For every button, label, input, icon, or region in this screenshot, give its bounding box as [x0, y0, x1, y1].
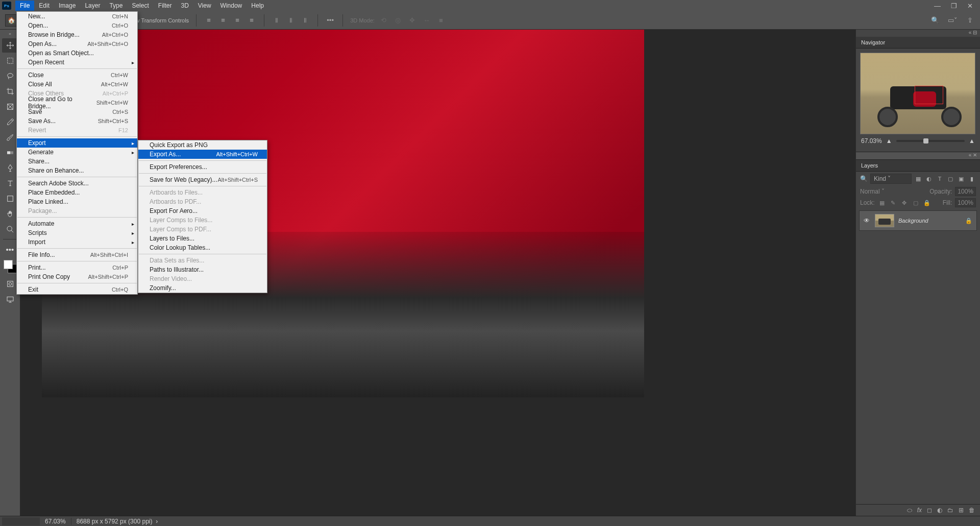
- file-menu-item-15[interactable]: Export: [17, 138, 137, 148]
- export-menu-item-9[interactable]: Export For Aero...: [138, 206, 267, 216]
- menu-image[interactable]: Image: [54, 1, 80, 11]
- layer-row-background[interactable]: 👁 Background 🔒: [859, 210, 977, 231]
- filter-type-icon[interactable]: T: [936, 175, 944, 182]
- file-menu-item-2[interactable]: Browse in Bridge...Alt+Ctrl+O: [17, 30, 137, 39]
- workspace-icon[interactable]: ▭˅: [947, 15, 958, 26]
- distribute-icon[interactable]: ⫴: [300, 15, 310, 26]
- align-top-icon[interactable]: ≡: [247, 15, 257, 26]
- close-icon[interactable]: ✕: [967, 2, 973, 10]
- distribute-h-icon[interactable]: ⫴: [272, 15, 282, 26]
- file-menu-item-12[interactable]: Save As...Shift+Ctrl+S: [17, 116, 137, 126]
- link-layers-icon[interactable]: ⬭: [907, 507, 912, 514]
- export-menu-item-5[interactable]: Save for Web (Legacy)...Alt+Shift+Ctrl+S: [138, 175, 267, 184]
- menu-window[interactable]: Window: [216, 1, 247, 11]
- document-tab[interactable]: [2, 517, 40, 525]
- foreground-color-swatch[interactable]: [4, 260, 13, 269]
- move-tool[interactable]: [2, 38, 18, 53]
- lock-artboard-icon[interactable]: ▢: [912, 199, 920, 206]
- file-menu-item-21[interactable]: Place Embedded...: [17, 188, 137, 197]
- marquee-tool[interactable]: [2, 54, 18, 68]
- file-menu-item-34[interactable]: ExitCtrl+Q: [17, 285, 137, 294]
- export-menu-item-12[interactable]: Layers to Files...: [138, 234, 267, 243]
- file-menu-item-26[interactable]: Scripts: [17, 228, 137, 237]
- home-icon[interactable]: 🏠: [5, 14, 17, 27]
- pen-tool[interactable]: [2, 161, 18, 175]
- file-menu-item-22[interactable]: Place Linked...: [17, 197, 137, 206]
- file-menu-item-0[interactable]: New...Ctrl+N: [17, 12, 137, 21]
- layers-list-empty[interactable]: [856, 233, 980, 504]
- layer-fx-icon[interactable]: fx: [917, 507, 922, 514]
- visibility-icon[interactable]: 👁: [864, 217, 871, 224]
- lasso-tool[interactable]: [2, 69, 18, 83]
- align-right-icon[interactable]: ≡: [232, 15, 242, 26]
- menu-select[interactable]: Select: [127, 1, 153, 11]
- share-icon[interactable]: ⇪: [965, 15, 975, 26]
- file-menu-item-32[interactable]: Print One CopyAlt+Shift+Ctrl+P: [17, 272, 137, 281]
- zoom-tool[interactable]: [2, 222, 18, 236]
- shape-tool[interactable]: [2, 192, 18, 206]
- menu-view[interactable]: View: [193, 1, 216, 11]
- minimize-icon[interactable]: —: [934, 2, 941, 10]
- maximize-icon[interactable]: ❐: [951, 2, 957, 10]
- menu-3d[interactable]: 3D: [176, 1, 193, 11]
- menu-file[interactable]: File: [15, 1, 34, 11]
- delete-layer-icon[interactable]: 🗑: [969, 507, 975, 514]
- layer-mask-icon[interactable]: ◻: [927, 507, 932, 514]
- file-menu-item-29[interactable]: File Info...Alt+Shift+Ctrl+I: [17, 250, 137, 259]
- file-menu-item-5[interactable]: Open Recent: [17, 58, 137, 67]
- blend-mode-dropdown[interactable]: Normal ˅: [860, 188, 926, 195]
- file-menu-item-31[interactable]: Print...Ctrl+P: [17, 263, 137, 272]
- color-swatches[interactable]: [4, 260, 17, 273]
- crop-tool[interactable]: [2, 84, 18, 99]
- file-menu-item-4[interactable]: Open as Smart Object...: [17, 49, 137, 58]
- export-menu-item-0[interactable]: Quick Export as PNG: [138, 140, 267, 150]
- file-menu-item-7[interactable]: CloseCtrl+W: [17, 70, 137, 80]
- navigator-viewbox[interactable]: [915, 86, 943, 104]
- file-menu-item-20[interactable]: Search Adobe Stock...: [17, 179, 137, 188]
- eyedropper-tool[interactable]: [2, 115, 18, 129]
- file-menu-item-1[interactable]: Open...Ctrl+O: [17, 21, 137, 30]
- layers-tab[interactable]: Layers: [856, 160, 980, 172]
- layer-lock-icon[interactable]: 🔒: [965, 218, 972, 224]
- file-menu-item-25[interactable]: Automate: [17, 219, 137, 228]
- status-doc-info[interactable]: 8688 px x 5792 px (300 ppi) ›: [71, 518, 163, 525]
- new-layer-icon[interactable]: ⊞: [959, 507, 964, 514]
- lock-brush-icon[interactable]: ✎: [889, 199, 897, 206]
- edit-toolbar-icon[interactable]: •••: [2, 242, 18, 256]
- menu-help[interactable]: Help: [247, 1, 268, 11]
- hand-tool[interactable]: [2, 207, 18, 221]
- frame-tool[interactable]: [2, 100, 18, 114]
- file-menu-item-16[interactable]: Generate: [17, 148, 137, 157]
- zoom-in-icon[interactable]: ▲: [969, 137, 975, 145]
- gradient-tool[interactable]: [2, 146, 18, 160]
- layers-collapse-icon[interactable]: « ✕: [856, 152, 980, 159]
- navigator-zoom-slider[interactable]: [896, 140, 965, 142]
- layer-name[interactable]: Background: [898, 218, 961, 224]
- menu-edit[interactable]: Edit: [34, 1, 54, 11]
- menu-filter[interactable]: Filter: [154, 1, 177, 11]
- export-menu-item-3[interactable]: Export Preferences...: [138, 162, 267, 172]
- screenmode-tool[interactable]: [2, 292, 18, 306]
- file-menu-item-8[interactable]: Close AllAlt+Ctrl+W: [17, 80, 137, 89]
- status-zoom[interactable]: 67.03%: [40, 518, 71, 525]
- file-menu-item-11[interactable]: SaveCtrl+S: [17, 107, 137, 116]
- filter-adjust-icon[interactable]: ◐: [925, 175, 933, 182]
- navigator-thumbnail[interactable]: [860, 53, 975, 134]
- layer-filter-kind[interactable]: Kind ˅: [870, 174, 912, 184]
- more-options-icon[interactable]: •••: [325, 15, 335, 26]
- export-menu-item-18[interactable]: Zoomify...: [138, 283, 267, 293]
- navigator-tab[interactable]: Navigator: [856, 37, 980, 49]
- file-menu-item-27[interactable]: Import: [17, 237, 137, 247]
- export-menu-item-13[interactable]: Color Lookup Tables...: [138, 243, 267, 252]
- filter-pixel-icon[interactable]: ▦: [914, 175, 922, 182]
- menu-type[interactable]: Type: [105, 1, 127, 11]
- lock-position-icon[interactable]: ✥: [900, 199, 909, 206]
- quickmask-tool[interactable]: [2, 277, 18, 291]
- export-menu-item-16[interactable]: Paths to Illustrator...: [138, 265, 267, 274]
- type-tool[interactable]: [2, 176, 18, 190]
- filter-smart-icon[interactable]: ▣: [957, 175, 965, 182]
- fill-value[interactable]: 100%: [955, 198, 976, 207]
- distribute-v-icon[interactable]: ⫴: [286, 15, 296, 26]
- adjustment-layer-icon[interactable]: ◐: [937, 507, 942, 514]
- file-menu-item-10[interactable]: Close and Go to Bridge...Shift+Ctrl+W: [17, 98, 137, 107]
